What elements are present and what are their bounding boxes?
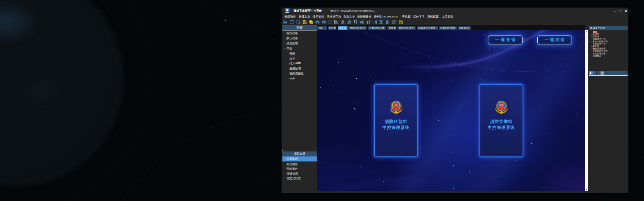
svg-text:Z: Z <box>594 73 595 75</box>
